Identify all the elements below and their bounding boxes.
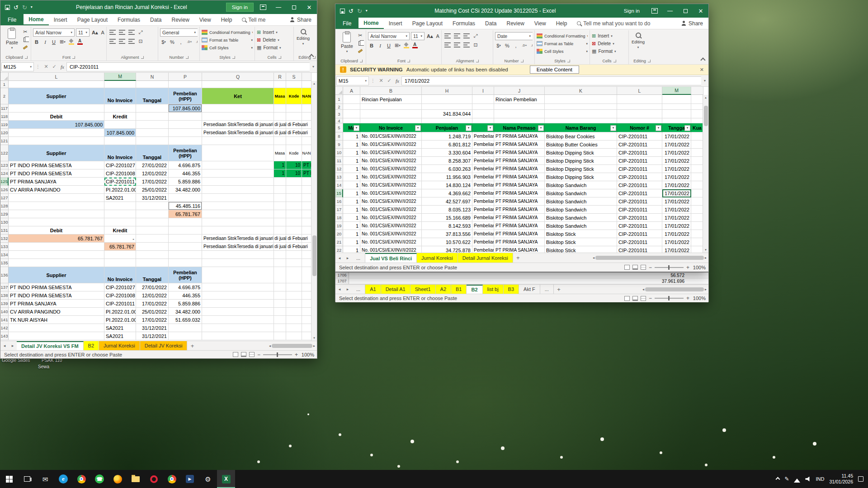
- collapse-ribbon-icon[interactable]: [700, 57, 705, 62]
- cell-M122[interactable]: No Invoice: [104, 145, 136, 161]
- row-header-18[interactable]: 18: [335, 214, 343, 222]
- cell-x117[interactable]: [302, 104, 311, 113]
- ribbon-tab-insert[interactable]: Insert: [49, 14, 72, 25]
- select-all-corner[interactable]: [0, 73, 9, 81]
- cell-N131[interactable]: [136, 226, 169, 235]
- zoom-in-icon[interactable]: +: [686, 264, 689, 271]
- cell-M118[interactable]: Kredit: [104, 113, 136, 121]
- cell-L10[interactable]: CIP-2201011: [617, 149, 662, 157]
- cell-B2[interactable]: [360, 104, 422, 110]
- cell-x2[interactable]: NAN: [302, 88, 311, 104]
- name-box-arrow-icon[interactable]: ▾: [365, 79, 367, 83]
- cell-M2[interactable]: No Invoice: [104, 88, 136, 104]
- cell-x9[interactable]: [691, 141, 703, 149]
- cell-S127[interactable]: [286, 194, 302, 202]
- zoom-out-icon[interactable]: −: [257, 352, 260, 358]
- cell-A2[interactable]: [343, 104, 360, 110]
- format-cells-button[interactable]: ▦Format▾: [592, 47, 616, 55]
- scroll-thumb[interactable]: [704, 106, 708, 126]
- cell-K12[interactable]: Biskitop Dipping Stick: [545, 165, 617, 173]
- font-color-icon[interactable]: A: [76, 38, 84, 46]
- sheet-tab-b3[interactable]: B3: [504, 285, 519, 294]
- row-header-17[interactable]: 17: [335, 206, 343, 214]
- cell-K22[interactable]: Biskitop Stick: [545, 246, 617, 253]
- column-header-H[interactable]: H: [422, 87, 472, 95]
- cell-L141[interactable]: TK NUR AISYAH: [9, 316, 104, 324]
- align-lines-icon[interactable]: [444, 42, 451, 47]
- delete-cells-button[interactable]: ⊠Delete▾: [592, 40, 616, 47]
- cell-J4[interactable]: [494, 118, 545, 123]
- sheet-tab-detail-jv-koreksi[interactable]: Detail JV Koreksi: [140, 341, 188, 350]
- cell-M20[interactable]: 17/01/2022: [662, 230, 691, 238]
- cell-M140[interactable]: PI.2022.01.00006: [104, 308, 136, 316]
- row-header-142[interactable]: 142: [0, 324, 9, 332]
- sheet-tab-detail-jurnal-koreksi[interactable]: Detail Jurnal Koreksi: [458, 253, 513, 263]
- cell-x129[interactable]: [302, 210, 311, 218]
- taskbar-excel[interactable]: X: [217, 470, 235, 488]
- cell-H4[interactable]: [422, 118, 472, 123]
- redo-icon[interactable]: ↻: [357, 8, 362, 14]
- dialog-launcher-icon[interactable]: [232, 56, 235, 59]
- pen-icon[interactable]: ✎: [784, 476, 789, 482]
- cell-N122[interactable]: Tanggal: [136, 145, 169, 161]
- row-header-1[interactable]: 1: [335, 95, 343, 104]
- cell-J1[interactable]: Rincian Pembelian: [494, 95, 545, 104]
- cell-M124[interactable]: CIP-2201008: [104, 169, 136, 178]
- cell-N130[interactable]: [136, 218, 169, 226]
- cell-N118[interactable]: [136, 113, 169, 121]
- cell-S141[interactable]: [286, 316, 302, 324]
- new-sheet-button[interactable]: +: [554, 285, 564, 294]
- cell-P131[interactable]: [169, 226, 202, 235]
- align-lines-icon[interactable]: [119, 39, 125, 44]
- cell-M12[interactable]: 17/01/2022: [662, 165, 691, 173]
- row-header-123[interactable]: 123: [0, 161, 9, 169]
- cell-P125[interactable]: 5.859.886: [169, 178, 202, 186]
- cell-L135[interactable]: [9, 259, 104, 267]
- row-header-134[interactable]: 134: [0, 251, 9, 259]
- cell-I2[interactable]: [472, 104, 494, 110]
- cell-L15[interactable]: CIP-2201011: [617, 189, 662, 197]
- cell-M8[interactable]: 17/01/2022: [662, 132, 691, 141]
- cell-K21[interactable]: Biskitop Stick: [545, 238, 617, 246]
- cell-I4[interactable]: [472, 118, 494, 123]
- row-header-133[interactable]: 133: [0, 243, 9, 251]
- cell-M143[interactable]: SA2021: [104, 332, 136, 340]
- horizontal-scrollbar[interactable]: ◂▸: [267, 341, 317, 350]
- cell-H1[interactable]: [422, 95, 472, 104]
- cell-R123[interactable]: 1: [274, 161, 286, 169]
- taskbar-file-explorer[interactable]: [127, 470, 145, 488]
- number-format-select[interactable]: Date▾: [495, 32, 533, 40]
- cell-I20[interactable]: Pembelian: [472, 230, 494, 238]
- cell-H9[interactable]: 6.801.812: [422, 141, 472, 149]
- cell-x118[interactable]: [302, 113, 311, 121]
- taskbar-task-view[interactable]: [18, 470, 36, 488]
- cell-N123[interactable]: 27/01/2022: [136, 161, 169, 169]
- dialog-launcher-icon[interactable]: [360, 60, 363, 62]
- cell-P136[interactable]: Pembelian (HPP): [169, 267, 202, 283]
- close-button[interactable]: ✕: [693, 4, 708, 18]
- cell-P1[interactable]: [169, 81, 202, 88]
- cell-L5[interactable]: Nomor #: [617, 123, 662, 132]
- cell-R2[interactable]: Masa: [274, 88, 286, 104]
- cell-I3[interactable]: [472, 110, 494, 118]
- cell-B21[interactable]: No. 001/CSI/EX/INV/I/2022: [360, 238, 422, 246]
- cell-M138[interactable]: CIP-2201008: [104, 291, 136, 300]
- undo-icon[interactable]: ↺: [349, 8, 354, 14]
- cell-S138[interactable]: [286, 291, 302, 300]
- cell-N132[interactable]: [136, 235, 169, 243]
- cell-Q130[interactable]: [202, 218, 274, 226]
- cell-M130[interactable]: [104, 218, 136, 226]
- cell-L125[interactable]: PT PRIMA SANJAYA: [9, 178, 104, 186]
- cell-S118[interactable]: [286, 113, 302, 121]
- row-header-12[interactable]: 12: [335, 165, 343, 173]
- row-header-10[interactable]: 10: [335, 149, 343, 157]
- cancel-icon[interactable]: ✕: [377, 78, 385, 84]
- ribbon-tab-home[interactable]: Home: [24, 14, 48, 25]
- cell-J11[interactable]: PT PRIMA SANJAYA: [494, 157, 545, 165]
- editing-button[interactable]: Editing▾: [631, 31, 646, 51]
- align-center-icon[interactable]: [453, 41, 461, 49]
- row-header-126[interactable]: 126: [0, 186, 9, 194]
- cell-R130[interactable]: [274, 218, 286, 226]
- cell-L2[interactable]: [617, 104, 662, 110]
- cell-x143[interactable]: [302, 332, 311, 340]
